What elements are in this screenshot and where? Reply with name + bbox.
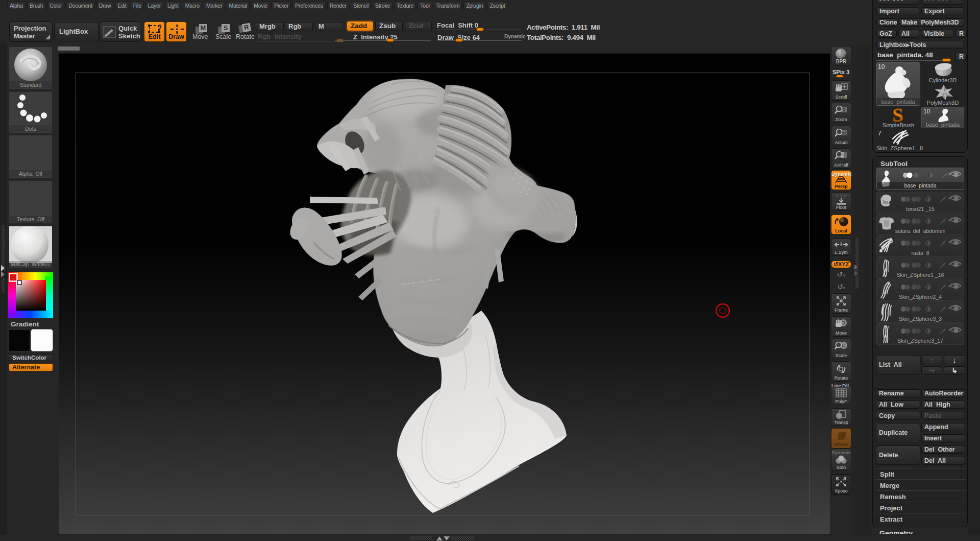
svg-text:x1: x1 [842,131,846,135]
svg-text:S: S [892,107,903,123]
